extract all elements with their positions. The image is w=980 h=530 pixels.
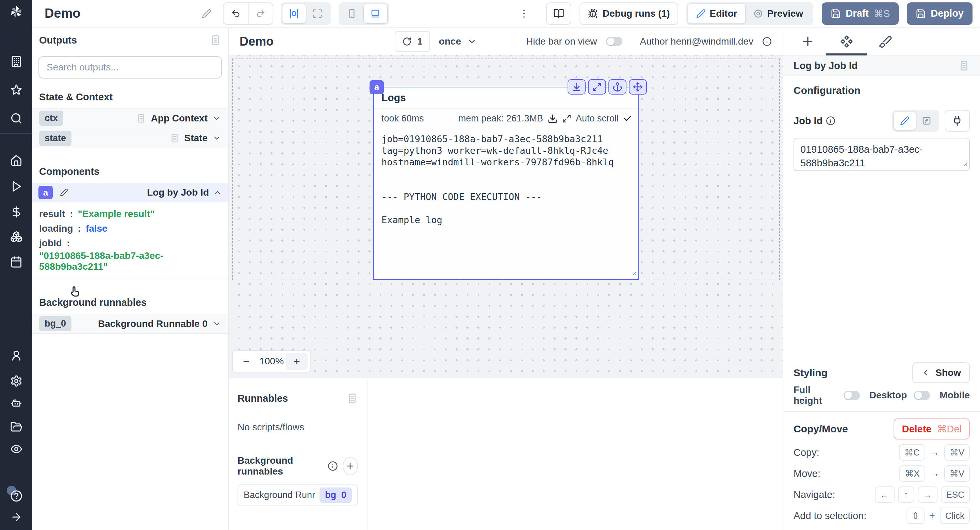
sidebar-item-variables[interactable]: [0, 206, 32, 218]
runnables-panel: Runnables No scripts/flows Background ru…: [229, 379, 368, 530]
outputs-docs-icon[interactable]: [210, 34, 221, 46]
windmill-logo-icon[interactable]: [0, 4, 32, 20]
app-canvas[interactable]: Logs took 60ms mem peak: 261.3MB Auto sc…: [229, 56, 783, 378]
show-styling-button[interactable]: Show: [912, 362, 970, 383]
download-logs-icon[interactable]: [547, 114, 558, 124]
prop-key[interactable]: result: [39, 208, 65, 219]
background-runnable-row[interactable]: bg_0 Background Runnable 0: [32, 314, 228, 334]
author-info-icon[interactable]: [762, 37, 772, 46]
chevron-down-icon[interactable]: [212, 134, 221, 143]
deploy-button[interactable]: Deploy: [907, 2, 972, 25]
editor-preview-group: Editor Preview: [686, 2, 813, 25]
centered-layout-button[interactable]: [282, 4, 306, 23]
component-resize-handle[interactable]: [628, 267, 637, 278]
sidebar-item-search[interactable]: [0, 112, 32, 124]
component-id-tag[interactable]: a: [369, 80, 384, 94]
refresh-frequency-select[interactable]: once: [439, 36, 477, 47]
sidebar-item-resources[interactable]: [0, 231, 32, 243]
component-move-handle[interactable]: [629, 79, 647, 95]
sidebar-item-workers[interactable]: [0, 397, 32, 409]
runnables-docs-icon[interactable]: [347, 393, 358, 404]
prop-key[interactable]: jobId: [39, 238, 62, 249]
chevron-down-icon[interactable]: [212, 114, 221, 123]
sidebar-item-settings[interactable]: [0, 375, 32, 387]
component-id-badge: a: [38, 186, 53, 199]
full-height-label: Full height: [794, 384, 837, 406]
search-outputs-input[interactable]: [38, 56, 222, 79]
zoom-out-button[interactable]: −: [235, 353, 257, 370]
chevron-down-icon[interactable]: [212, 319, 221, 328]
editor-tab[interactable]: Editor: [688, 4, 746, 24]
sidebar-item-audit-logs[interactable]: [0, 443, 32, 455]
job-id-input[interactable]: 01910865-188a-bab7-a3ec-588b9ba3c211: [794, 138, 970, 171]
chevron-down-icon: [467, 37, 477, 46]
redo-button[interactable]: [248, 3, 272, 24]
sidebar-item-help[interactable]: [0, 490, 32, 505]
job-id-info-icon[interactable]: [826, 116, 835, 125]
log-line: [382, 179, 631, 191]
docs-button[interactable]: [546, 2, 571, 25]
sidebar-item-favorites[interactable]: [0, 84, 32, 96]
hide-bar-toggle[interactable]: [606, 37, 622, 46]
component-output-props: result : "Example result" loading : fals…: [32, 202, 228, 278]
sidebar-item-workspace[interactable]: [0, 56, 32, 68]
sidebar-item-users[interactable]: [0, 349, 32, 362]
undo-button[interactable]: [224, 3, 248, 24]
key-chip: ⌘V: [944, 444, 970, 460]
refresh-app-button[interactable]: 1: [395, 31, 430, 52]
styling-tab[interactable]: [878, 27, 892, 56]
zoom-in-button[interactable]: +: [286, 353, 308, 370]
logs-mem-peak: mem peak: 261.3MB: [458, 113, 543, 124]
component-settings-tab[interactable]: [840, 27, 853, 56]
component-fill-height-button[interactable]: [568, 79, 585, 95]
settings-panel: Log by Job Id Configuration Job Id 01910…: [783, 27, 980, 530]
debug-runs-button[interactable]: Debug runs (1): [579, 2, 678, 25]
prop-key[interactable]: loading: [39, 223, 73, 234]
static-input-mode-button[interactable]: [894, 111, 916, 130]
edit-title-button[interactable]: [202, 9, 211, 18]
connect-input-button[interactable]: [945, 110, 970, 132]
delete-component-button[interactable]: Delete ⌘Del: [894, 419, 970, 440]
textarea-resize-handle[interactable]: [959, 158, 968, 169]
preview-tab[interactable]: Preview: [745, 4, 811, 24]
desktop-toggle[interactable]: [914, 391, 930, 400]
insert-component-tab[interactable]: [801, 27, 815, 56]
autoscroll-check-icon[interactable]: [623, 114, 632, 123]
outputs-search: [38, 56, 222, 79]
sidebar-item-folders[interactable]: [0, 421, 32, 433]
key-chip: ⌘X: [899, 465, 925, 482]
ctx-row[interactable]: ctx App Context: [32, 108, 228, 128]
undo-redo-group: [223, 2, 273, 25]
component-output-row[interactable]: a Log by Job Id: [32, 182, 228, 202]
settings-tabs: [783, 27, 980, 56]
full-height-toggle[interactable]: [843, 391, 860, 400]
logs-component[interactable]: Logs took 60ms mem peak: 261.3MB Auto sc…: [373, 87, 639, 280]
info-icon[interactable]: [328, 461, 338, 471]
chevron-up-icon[interactable]: [213, 188, 222, 197]
add-background-runnable-button[interactable]: [343, 457, 358, 475]
sidebar-item-runs[interactable]: [0, 180, 32, 192]
key-chip: ⌘V: [944, 465, 970, 482]
more-menu-button[interactable]: [518, 8, 530, 19]
draft-button[interactable]: Draft ⌘S: [822, 2, 899, 25]
background-runnable-item[interactable]: Background Runna... bg_0: [237, 484, 358, 506]
desktop-view-button[interactable]: [364, 4, 387, 23]
component-docs-icon[interactable]: [958, 60, 970, 71]
component-anchor-button[interactable]: [608, 79, 627, 95]
eval-input-mode-button[interactable]: [916, 111, 937, 130]
key-chip: ⇧: [907, 508, 925, 524]
runnable-editor-empty-area: [368, 379, 783, 530]
sidebar-item-schedules[interactable]: [0, 256, 32, 268]
docs-icon[interactable]: [136, 113, 146, 124]
docs-icon[interactable]: [169, 133, 180, 143]
fullscreen-layout-button[interactable]: [306, 4, 329, 23]
edit-component-id-button[interactable]: [57, 186, 71, 199]
expand-logs-icon[interactable]: [562, 114, 571, 123]
sidebar-item-home[interactable]: [0, 155, 32, 167]
mobile-view-button[interactable]: [340, 4, 364, 23]
key-chip: ESC: [941, 486, 970, 503]
component-expand-button[interactable]: [588, 79, 606, 95]
state-row[interactable]: state State: [32, 128, 228, 148]
key-chip: ↑: [898, 486, 914, 503]
sidebar-expand-button[interactable]: [0, 511, 32, 523]
